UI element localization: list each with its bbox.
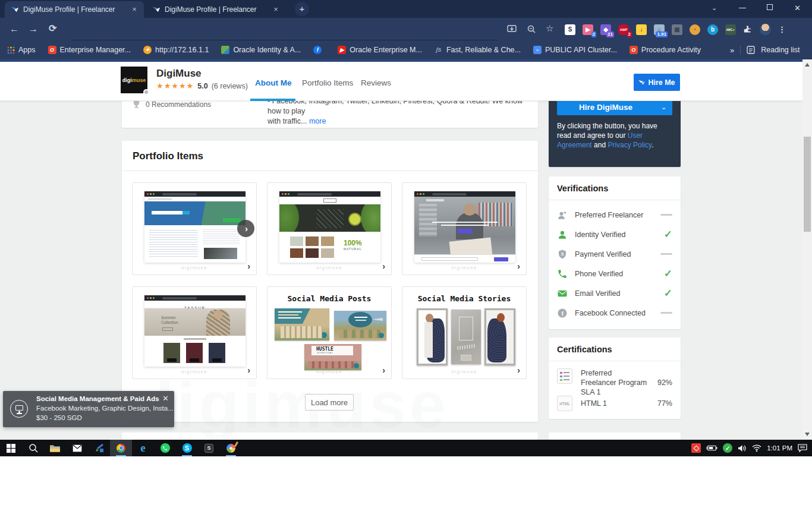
project-toast[interactable]: Social Media Management & Paid Ads Faceb…: [3, 391, 174, 427]
extension-cookie-icon[interactable]: •: [690, 24, 700, 35]
reviews-count[interactable]: (6 reviews): [212, 82, 248, 90]
extension-bing-icon[interactable]: b: [707, 24, 718, 35]
more-link[interactable]: more: [309, 117, 326, 125]
open-item-chevron-icon[interactable]: ›: [247, 261, 250, 271]
portfolio-item-organic-products[interactable]: 100% NATURAL digimuse ›: [267, 182, 392, 275]
browser-tab-inactive[interactable]: DigiMuse Profile | Freelancer ×: [146, 1, 285, 18]
bookmark-procedure-activity[interactable]: O Procedure Activity: [630, 46, 701, 54]
portfolio-title: Portfolio Items: [133, 150, 203, 162]
new-tab-button[interactable]: +: [295, 2, 309, 16]
recommendations-label: 0 Recommendations: [146, 100, 211, 109]
skype-button[interactable]: S: [176, 440, 198, 456]
reload-icon[interactable]: ⟳: [49, 24, 56, 33]
privacy-policy-link[interactable]: Privacy Policy: [608, 141, 652, 149]
extension-abp-icon[interactable]: ABP2: [618, 24, 629, 35]
agreement-text: and: [592, 141, 608, 149]
portfolio-item-corporate-website[interactable]: digimuse ›: [402, 182, 527, 275]
extension-price-tracker-icon[interactable]: ⌂1.91: [654, 24, 665, 35]
load-more-button[interactable]: Load more: [305, 394, 354, 411]
extension-media-icon[interactable]: ▶2: [583, 24, 593, 35]
chrome-button[interactable]: [110, 440, 132, 456]
portfolio-item-social-media-posts[interactable]: Social Media Posts HUSTLE: [267, 286, 392, 379]
toast-close-icon[interactable]: ✕: [162, 394, 169, 403]
extension-grid-icon[interactable]: ▦: [672, 24, 682, 35]
extension-download-icon[interactable]: ↓: [636, 24, 647, 35]
extension-badge: 1.91: [656, 31, 668, 37]
status-dash-icon: [660, 312, 672, 314]
toast-title: Social Media Management & Paid Ads: [36, 395, 159, 402]
bookmark-oracle-enterprise[interactable]: ▶ Oracle Enterprise M...: [338, 46, 422, 54]
extension-s-icon[interactable]: S: [565, 24, 575, 35]
paint-button[interactable]: [220, 440, 242, 456]
forward-icon[interactable]: →: [29, 24, 38, 34]
page-content: 0 Recommendations - Facebook, Instagram,…: [0, 62, 802, 440]
tab-close-icon[interactable]: ×: [271, 5, 281, 14]
tab-close-icon[interactable]: ×: [130, 5, 139, 14]
open-item-chevron-icon[interactable]: ›: [517, 261, 520, 271]
open-item-chevron-icon[interactable]: ›: [247, 365, 250, 375]
profile-sticky-header: digimuse DigiMuse ★★★★★ 5.0 (6 reviews) …: [0, 62, 802, 101]
portfolio-item-fashion-store[interactable]: TASSUR Summer Collection: [132, 286, 257, 379]
bookmark-oracle-identity[interactable]: Oracle Identity & A...: [221, 46, 301, 54]
back-icon[interactable]: ←: [10, 24, 19, 34]
bookmark-facebook[interactable]: f: [313, 46, 325, 54]
open-item-chevron-icon[interactable]: ›: [517, 365, 520, 375]
file-explorer-button[interactable]: [44, 440, 66, 456]
remote-app-button[interactable]: [88, 440, 110, 456]
page-scrollbar[interactable]: [802, 59, 812, 440]
globe-icon: ✦: [143, 46, 152, 54]
bookmark-enterprise-manager[interactable]: O Enterprise Manager...: [48, 46, 131, 54]
snagit-button[interactable]: S: [198, 440, 220, 456]
taskbar-search-button[interactable]: [22, 440, 44, 456]
tray-red-app-icon[interactable]: [691, 443, 701, 453]
oracle-icon: O: [48, 46, 56, 54]
action-center-icon[interactable]: [798, 444, 807, 452]
tab-reviews[interactable]: Reviews: [361, 78, 391, 87]
clock[interactable]: 1:01 PM: [767, 444, 792, 452]
window-close-icon[interactable]: ✕: [794, 4, 801, 12]
bookmark-router[interactable]: ✦ http://172.16.1.1: [143, 46, 209, 54]
tab-about-me[interactable]: About Me: [255, 78, 292, 87]
hire-digimuse-button[interactable]: Hire DigiMuse ⌄: [557, 99, 672, 115]
wifi-icon[interactable]: [752, 444, 761, 452]
battery-icon[interactable]: [706, 444, 717, 452]
browser-tab-active[interactable]: DigiMuse Profile | Freelancer ×: [5, 1, 144, 18]
scrollbar-thumb[interactable]: [804, 137, 811, 232]
bookmark-apps[interactable]: Apps: [7, 46, 36, 54]
install-icon[interactable]: [507, 24, 517, 34]
windows-logo-icon: [7, 444, 15, 453]
tab-search-chevron-icon[interactable]: ⌄: [712, 4, 717, 12]
profile-avatar[interactable]: [760, 24, 771, 35]
start-button[interactable]: [0, 440, 22, 456]
window-maximize-icon[interactable]: [767, 4, 773, 10]
social-post-image: [334, 311, 386, 340]
reading-list-label[interactable]: Reading list: [761, 46, 800, 54]
sync-ok-icon[interactable]: ✓: [723, 443, 732, 453]
whatsapp-button[interactable]: [154, 440, 176, 456]
bookmarks-overflow-icon[interactable]: »: [730, 46, 734, 55]
scroll-down-icon[interactable]: [805, 433, 810, 436]
edge-button[interactable]: e: [132, 440, 154, 456]
carousel-next-button[interactable]: ›: [237, 220, 254, 237]
extensions-puzzle-icon[interactable]: [743, 25, 753, 34]
portfolio-item-social-media-stories[interactable]: Social Media Stories digimuse ›: [402, 286, 527, 379]
bookmark-public-api[interactable]: ≡ PUBLIC API Cluster...: [533, 46, 617, 54]
hire-me-button[interactable]: Hire Me: [634, 74, 680, 91]
window-minimize-icon[interactable]: —: [739, 4, 746, 12]
scroll-up-icon[interactable]: [805, 63, 810, 67]
extension-spellcheck-icon[interactable]: ABC✓: [725, 24, 736, 35]
open-item-chevron-icon[interactable]: ›: [382, 365, 385, 375]
chrome-menu-icon[interactable]: ⋮: [778, 25, 786, 34]
tab-portfolio-items[interactable]: Portfolio Items: [302, 78, 353, 87]
s-app-icon: S: [204, 444, 213, 453]
open-item-chevron-icon[interactable]: ›: [382, 261, 385, 271]
volume-icon[interactable]: [738, 444, 747, 452]
bookmark-star-icon[interactable]: ☆: [546, 23, 553, 34]
chevron-down-icon[interactable]: ⌄: [654, 103, 672, 111]
zoom-icon[interactable]: [527, 24, 536, 34]
folder-icon: [50, 444, 60, 452]
extension-purple-icon[interactable]: ◆21: [600, 24, 611, 35]
bookmark-fast-reliable[interactable]: ʃS Fast, Reliable & Che...: [435, 46, 521, 54]
mail-button[interactable]: [66, 440, 88, 456]
thumbnail-watermark: digimuse: [267, 265, 391, 270]
